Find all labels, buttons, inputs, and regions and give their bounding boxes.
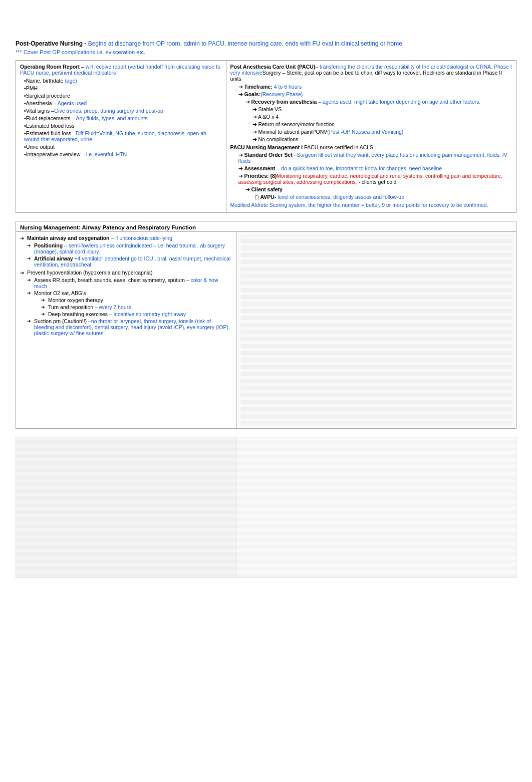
or-items-list: •Name, birthdate (age) •PMH •Surgical pr… (20, 78, 222, 157)
pacu-col: Post Anesthesia Care Unit (PACU)– transf… (226, 61, 516, 213)
assessment: ➔ Assessment – do a quick head to toe, i… (238, 165, 512, 171)
section3-left (16, 437, 236, 578)
or-header-dash: – (80, 64, 86, 70)
section3-table (16, 437, 516, 578)
artificial-airway: ➔ Artificial airway –If ventilator depen… (20, 255, 232, 268)
timeframe: ➔ Timeframe: 4 to 6 hours (238, 84, 512, 90)
modified-aldrete: Modified Aldrete Scoring system, the hig… (230, 202, 512, 208)
section2-header-cell: Nursing Management: Airway Patency and R… (16, 221, 516, 232)
or-item-pmh: •PMH (24, 85, 222, 91)
section2-table: Nursing Management: Airway Patency and R… (16, 221, 516, 429)
no-complications: ➔ No complications (252, 136, 512, 142)
avpu: ◻ AVPU- level of consciousness, diligent… (254, 194, 512, 200)
positioning: ➔ Positioning – semi-fowlers unless cont… (20, 242, 232, 254)
or-report-header: Operating Room Report – will receive rep… (20, 64, 222, 76)
turn-reposition: ➔ Turn and reposition – every 2 hours (34, 304, 232, 310)
or-item-intraop: •Intraoperative overview – i.e. eventful… (24, 151, 222, 157)
stable-vs: ➔ Stable VS (252, 106, 512, 112)
recovery-anesthesia: ➔ Recovery from anesthesia – agents used… (245, 99, 512, 105)
client-safety: ➔ Client safety (245, 186, 512, 192)
deep-breathing: ➔ Deep breathing exercises – incentive s… (34, 311, 232, 317)
monitor-o2: ➔ Monitor O2 sat, ABG's (20, 290, 232, 296)
goals: ➔ Goals:(Recovery Phase) (238, 91, 512, 97)
section3-right (236, 437, 516, 578)
or-item-vitals: •Vital signs –Give trends, preop, during… (24, 108, 222, 114)
ao-x4: ➔ A &O x 4 (252, 114, 512, 120)
prevent-hypo: ➔ Prevent hypoventilation (hypoxemia and… (20, 270, 232, 276)
or-item-fluid-replacements: •Fluid replacements – Any fluids, types,… (24, 115, 222, 121)
cover-note: *** Cover Post OP complications i.e. evi… (16, 49, 516, 55)
or-item-urine: •Urine output (24, 144, 222, 150)
intro-blue: Begins at discharge from OP room, admin … (86, 40, 404, 47)
or-header-black: Operating Room Report (20, 64, 80, 70)
maintain-airway: ➔ Maintain airway and oxygenation – if u… (20, 235, 232, 241)
pacu-nursing-mgmt: PACU Nursing Management I PACU nurse cer… (230, 144, 512, 150)
intro-title: Post-Operative Nursing - Begins at disch… (16, 40, 516, 47)
minimal-pain: ➔ Minimal to absent pain/PONV(Post -OP N… (252, 129, 512, 135)
or-report-col: Operating Room Report – will receive rep… (16, 61, 226, 213)
or-item-name: •Name, birthdate (age) (24, 78, 222, 84)
section2-header: Nursing Management: Airway Patency and R… (20, 224, 196, 230)
intro-section: Post-Operative Nursing - Begins at disch… (16, 40, 516, 55)
assess-rr: ➔ Assess RR,depth, breath sounds, ease, … (20, 277, 232, 289)
monitor-oxygen: ➔ Monitor oxygen therapy (34, 297, 232, 303)
pacu-header: Post Anesthesia Care Unit (PACU)– transf… (230, 64, 512, 82)
priorities: ➔ Priorities: (8)Monitoring respiratory,… (238, 173, 512, 185)
suction-prn: ➔ Suction prn (Caution!!) –no throat or … (20, 318, 232, 336)
section1-table: Operating Room Report – will receive rep… (16, 60, 516, 213)
or-item-efl: •Estimated fluid loss– Diff Fluid=Vomit,… (24, 130, 222, 142)
or-item-anesthesia: •Anesthesia – Agents used (24, 100, 222, 106)
or-item-ebl: •Estimated blood loss (24, 123, 222, 129)
return-sensory: ➔ Return of sensory/motor function (252, 121, 512, 127)
section2-left-col: ➔ Maintain airway and oxygenation – if u… (16, 232, 236, 429)
standard-order: ➔ Standard Order Set –Surgeon fill out w… (238, 152, 512, 164)
or-item-surgical: •Surgical procedure (24, 93, 222, 99)
intro-black: Post-Operative Nursing - (16, 40, 86, 47)
section2-right-col (236, 232, 516, 429)
